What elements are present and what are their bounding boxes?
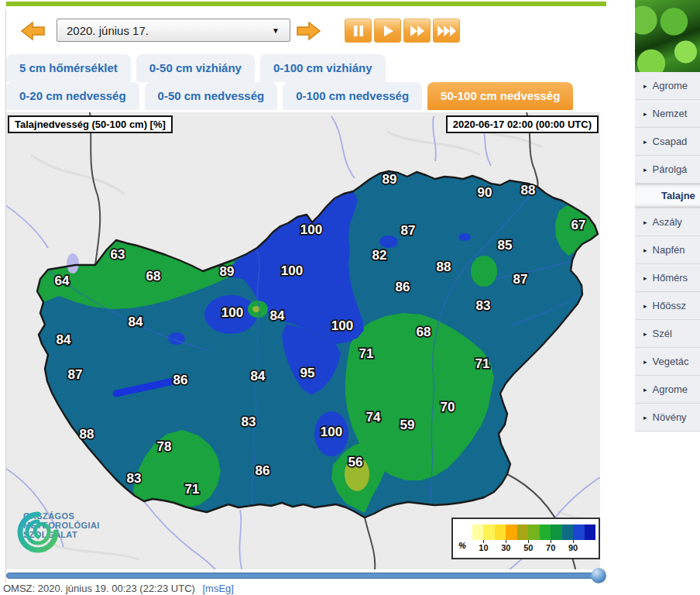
map-value-label: 68 bbox=[146, 269, 161, 284]
legend-tick-label: 30 bbox=[496, 543, 515, 552]
sidebar-item-n-v-ny[interactable]: ▸Növény bbox=[635, 404, 700, 432]
menu-arrow-icon: ▸ bbox=[643, 82, 647, 90]
map-value-label: 64 bbox=[55, 273, 70, 288]
tab-0-100-cm-nedvess-g[interactable]: 0-100 cm nedvesség bbox=[283, 82, 422, 110]
tab-0-100-cm-vizhi-ny[interactable]: 0-100 cm vizhiány bbox=[260, 54, 386, 82]
tab-0-20-cm-nedvess-g[interactable]: 0-20 cm nedvesség bbox=[6, 82, 139, 110]
soil-moisture-map[interactable]: 8990886710087856382886468891008786831008… bbox=[6, 112, 600, 569]
map-value-label: 86 bbox=[396, 280, 410, 294]
map-value-label: 88 bbox=[437, 260, 451, 274]
map-value-label: 56 bbox=[348, 455, 363, 469]
top-accent-bar bbox=[6, 2, 606, 6]
map-value-label: 95 bbox=[300, 366, 315, 380]
map-title: Talajnedvesség (50-100 cm) [%] bbox=[8, 115, 173, 133]
tab-0-50-cm-nedvess-g[interactable]: 0-50 cm nedvesség bbox=[145, 82, 278, 110]
menu-arrow-icon: ▸ bbox=[643, 246, 647, 254]
legend-segment bbox=[472, 524, 483, 540]
dropdown-caret-icon: ▼ bbox=[272, 26, 280, 35]
tab-row-2: 0-20 cm nedvesség0-50 cm nedvesség0-100 … bbox=[6, 82, 573, 110]
sidebar-item-csapad[interactable]: ▸Csapad bbox=[635, 128, 700, 156]
sidebar-item-asz-ly[interactable]: ▸Aszály bbox=[635, 208, 700, 236]
legend-segment bbox=[540, 524, 551, 540]
legend-segment bbox=[495, 524, 506, 540]
timeline-slider-track[interactable] bbox=[6, 573, 600, 579]
menu-arrow-icon: ▸ bbox=[643, 358, 647, 366]
map-value-label: 90 bbox=[478, 185, 492, 200]
map-value-label: 84 bbox=[251, 369, 266, 383]
menu-arrow-icon: ▸ bbox=[643, 218, 647, 226]
sidebar-item-label: Párolgá bbox=[653, 163, 688, 175]
map-value-label: 63 bbox=[111, 247, 125, 262]
prev-day-button[interactable] bbox=[20, 21, 45, 41]
map-value-label: 100 bbox=[281, 263, 303, 278]
map-value-label: 71 bbox=[359, 346, 374, 361]
sidebar-item-label: Agrome bbox=[653, 80, 688, 91]
sidebar-item-label: Napfén bbox=[653, 244, 685, 256]
sidebar-item-nemzet[interactable]: ▸Nemzet bbox=[635, 100, 700, 128]
menu-arrow-icon: ▸ bbox=[643, 138, 647, 146]
plants-photo bbox=[635, 0, 700, 72]
map-value-label: 84 bbox=[129, 315, 143, 329]
tab-5-cm-h-m-rs-klet[interactable]: 5 cm hőmérséklet bbox=[6, 54, 131, 82]
fast-forward-button[interactable] bbox=[403, 19, 431, 43]
map-value-label: 78 bbox=[157, 439, 172, 454]
animation-player bbox=[345, 19, 460, 43]
map-value-label: 88 bbox=[80, 427, 94, 442]
sidebar-item-h-m-rs[interactable]: ▸Hőmérs bbox=[635, 264, 700, 292]
legend-segment bbox=[573, 524, 584, 540]
sidebar-item-napf-n[interactable]: ▸Napfén bbox=[635, 236, 700, 264]
sidebar-item-label: Vegetác bbox=[653, 356, 689, 367]
map-value-label: 84 bbox=[57, 332, 71, 347]
map-value-label: 74 bbox=[366, 410, 381, 425]
sidebar-menu: ▸Agrome▸Nemzet▸Csapad▸PárolgáTalajne▸Asz… bbox=[635, 72, 700, 432]
tab-0-50-cm-vizhi-ny[interactable]: 0-50 cm vizhiány bbox=[136, 54, 255, 82]
map-value-label: 100 bbox=[221, 305, 243, 320]
map-value-label: 89 bbox=[220, 264, 235, 279]
sidebar-item-agrome[interactable]: ▸Agrome bbox=[635, 72, 700, 100]
mseg-link[interactable]: [msEg] bbox=[202, 583, 233, 594]
map-value-label: 87 bbox=[513, 272, 528, 287]
map-value-label: 86 bbox=[173, 373, 188, 387]
sidebar-item-label: Szél bbox=[653, 328, 672, 339]
sidebar-item-talajne[interactable]: Talajne bbox=[635, 184, 700, 208]
tab-50-100-cm-nedvess-g[interactable]: 50-100 cm nedvesség bbox=[427, 82, 573, 110]
date-dropdown[interactable]: 2020. június 17. ▼ bbox=[57, 19, 290, 42]
sidebar-item-h-ssz[interactable]: ▸Hőössz bbox=[635, 292, 700, 320]
sidebar-item-label: Csapad bbox=[653, 136, 688, 147]
play-icon bbox=[380, 24, 396, 38]
left-arrow-icon bbox=[20, 21, 45, 41]
map-value-label: 83 bbox=[476, 298, 491, 313]
map-value-label: 70 bbox=[441, 400, 455, 414]
legend-tick-label: 50 bbox=[519, 543, 537, 552]
sidebar-item-agrome[interactable]: ▸Agrome bbox=[635, 376, 700, 404]
map-value-label: 88 bbox=[521, 183, 536, 198]
map-value-label: 89 bbox=[383, 172, 397, 187]
legend-segment bbox=[517, 524, 528, 540]
pause-button[interactable] bbox=[345, 19, 372, 43]
right-arrow-icon bbox=[297, 21, 321, 41]
sidebar-item-veget-c[interactable]: ▸Vegetác bbox=[635, 348, 700, 376]
map-value-label: 71 bbox=[185, 482, 200, 497]
map-value-label: 68 bbox=[417, 325, 431, 339]
map-value-label: 86 bbox=[256, 463, 270, 478]
agro-map-page: 2020. június 17. ▼ bbox=[0, 0, 700, 595]
skip-forward-button[interactable] bbox=[433, 19, 460, 43]
legend-tick-label: 10 bbox=[474, 543, 492, 552]
sidebar-item-p-rolg-[interactable]: ▸Párolgá bbox=[635, 156, 700, 184]
play-button[interactable] bbox=[374, 19, 401, 43]
legend-segment bbox=[562, 524, 573, 540]
map-value-label: 82 bbox=[372, 248, 387, 263]
map-value-label: 71 bbox=[475, 356, 490, 371]
pause-icon bbox=[351, 24, 366, 38]
sidebar-item-label: Talajne bbox=[661, 190, 695, 201]
menu-arrow-icon: ▸ bbox=[643, 414, 647, 421]
legend-segment bbox=[528, 524, 539, 540]
sidebar-item-label: Nemzet bbox=[653, 108, 688, 119]
timeline-slider-handle[interactable] bbox=[591, 568, 606, 583]
menu-arrow-icon: ▸ bbox=[643, 110, 647, 118]
sidebar-item-label: Növény bbox=[653, 411, 687, 423]
legend-tick-label: 90 bbox=[564, 543, 582, 552]
sidebar-item-sz-l[interactable]: ▸Szél bbox=[635, 320, 700, 348]
next-day-button[interactable] bbox=[297, 21, 321, 41]
sidebar-item-label: Hőössz bbox=[653, 300, 686, 311]
